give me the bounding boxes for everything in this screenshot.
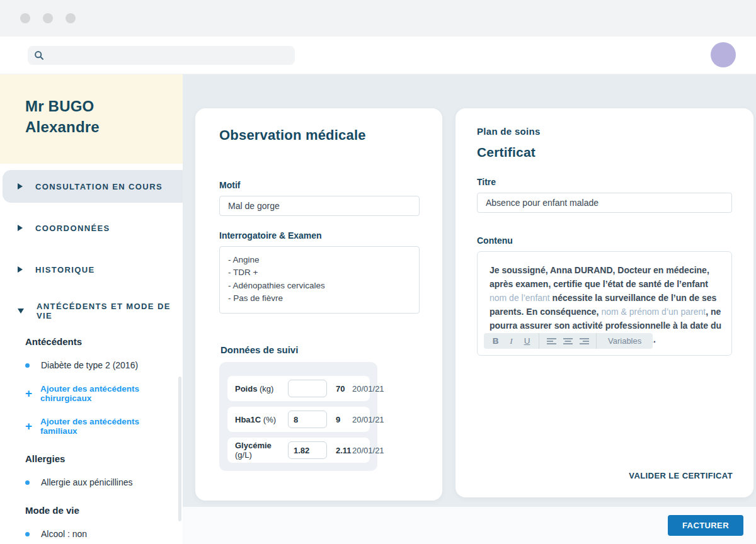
- hba1c-date: 20/01/21: [352, 415, 384, 424]
- plus-icon: +: [25, 389, 32, 398]
- nav-item-historique[interactable]: HISTORIQUE: [0, 253, 183, 286]
- window-control-dot[interactable]: [20, 13, 30, 23]
- suivi-row-hba1c: Hba1C (%) 9 20/01/21: [227, 407, 370, 432]
- hba1c-input[interactable]: [288, 411, 327, 428]
- italic-button[interactable]: I: [503, 336, 519, 346]
- app-header: [0, 37, 756, 74]
- align-left-icon[interactable]: [543, 337, 559, 345]
- nav-item-consultation-en-cours[interactable]: CONSULTATION EN COURS: [3, 170, 183, 203]
- window-titlebar: [0, 0, 756, 37]
- search-icon: [34, 50, 44, 60]
- certificat-card: Plan de soins Certificat Titre Contenu J…: [455, 108, 753, 497]
- observation-title: Observation médicale: [219, 127, 420, 144]
- suivi-row-poids: Poids (kg) 70 20/01/21: [227, 376, 370, 401]
- contenu-editor[interactable]: Je soussigné, Anna DURAND, Docteur en mé…: [477, 251, 732, 356]
- bullet-icon: [25, 532, 30, 536]
- plus-icon: +: [25, 422, 32, 431]
- poids-previous-value: 70: [336, 384, 352, 394]
- suivi-row-glycemie: Glycémie (g/L) 2.11 20/01/21: [227, 438, 370, 463]
- suivi-row-label: Hba1C: [235, 415, 261, 424]
- examen-label: Interrogatoire & Examen: [219, 230, 420, 241]
- suivi-panel: Poids (kg) 70 20/01/21 Hba1C (%) 9 20/01…: [219, 362, 377, 471]
- motif-label: Motif: [219, 180, 420, 190]
- add-antecedents-familiaux-link[interactable]: + Ajouter des antécédents familiaux: [25, 417, 170, 436]
- search-bar[interactable]: [28, 46, 295, 65]
- search-input[interactable]: [49, 50, 289, 60]
- window-control-dot[interactable]: [43, 13, 53, 23]
- variables-button[interactable]: Variables: [600, 336, 649, 346]
- poids-date: 20/01/21: [352, 384, 384, 394]
- glycemie-date: 20/01/21: [352, 446, 384, 455]
- editor-toolbar: B I U: [484, 333, 653, 349]
- observation-card: Observation médicale Motif Interrogatoir…: [195, 108, 442, 501]
- certificat-title: Certificat: [477, 145, 732, 160]
- glycemie-previous-value: 2.11: [336, 446, 352, 455]
- bold-button[interactable]: B: [488, 336, 503, 346]
- mode-de-vie-item: Alcool : non: [25, 529, 170, 539]
- suivi-row-unit: (%): [263, 415, 276, 424]
- contenu-label: Contenu: [477, 235, 732, 246]
- user-avatar[interactable]: [711, 42, 736, 67]
- underline-button[interactable]: U: [519, 336, 535, 346]
- mode-de-vie-title: Mode de vie: [25, 505, 170, 516]
- facturer-button[interactable]: FACTURER: [668, 515, 743, 536]
- window-control-dot[interactable]: [66, 13, 76, 23]
- nav-item-coordonnees[interactable]: COORDONNÉES: [0, 212, 183, 244]
- align-center-icon[interactable]: [559, 337, 576, 345]
- suivi-row-unit: (kg): [260, 384, 273, 394]
- allergies-title: Allergies: [25, 453, 170, 464]
- chevron-right-icon: [18, 183, 23, 190]
- suivi-title: Données de suivi: [220, 344, 420, 355]
- antecedents-title: Antécédents: [25, 336, 170, 347]
- sidebar-scrollbar[interactable]: [178, 377, 181, 521]
- add-antecedents-chirurgicaux-link[interactable]: + Ajouter des antécédents chirurgicaux: [25, 384, 170, 403]
- glycemie-input[interactable]: [288, 441, 327, 459]
- align-right-icon[interactable]: [576, 337, 592, 345]
- placeholder-variable: nom & prénom d’un parent: [601, 307, 706, 317]
- nav-item-antecedents-mode-de-vie[interactable]: ANTÉCÉDENTS ET MODE DE VIE: [0, 295, 183, 327]
- allergy-item: Allergie aux pénicillines: [25, 477, 170, 487]
- plan-de-soins-label: Plan de soins: [477, 126, 732, 137]
- suivi-row-unit: (g/L): [235, 450, 252, 460]
- titre-label: Titre: [477, 177, 732, 187]
- motif-input[interactable]: [219, 196, 420, 216]
- patient-header: Mr BUGO Alexandre: [0, 74, 183, 164]
- patient-sidebar: Mr BUGO Alexandre CONSULTATION EN COURS …: [0, 74, 183, 544]
- main-content: Observation médicale Motif Interrogatoir…: [183, 74, 756, 544]
- sidebar-nav: CONSULTATION EN COURS COORDONNÉES HISTOR…: [0, 170, 183, 327]
- action-footer: FACTURER: [183, 507, 756, 544]
- chevron-down-icon: [18, 309, 24, 314]
- titre-input[interactable]: [477, 193, 732, 213]
- patient-name: Mr BUGO Alexandre: [25, 96, 170, 137]
- app-window: Mr BUGO Alexandre CONSULTATION EN COURS …: [0, 0, 756, 544]
- examen-textarea[interactable]: - Angine - TDR + - Adénopathies cervical…: [219, 246, 420, 314]
- hba1c-previous-value: 9: [336, 415, 352, 424]
- valider-certificat-button[interactable]: VALIDER LE CERTIFICAT: [629, 471, 733, 480]
- suivi-row-label: Poids: [235, 384, 257, 394]
- antecedents-section: Antécédents Diabète de type 2 (2016) + A…: [0, 336, 183, 544]
- suivi-row-label: Glycémie: [235, 441, 272, 450]
- chevron-right-icon: [18, 266, 23, 273]
- poids-input[interactable]: [288, 380, 327, 397]
- bullet-icon: [25, 480, 30, 485]
- chevron-right-icon: [18, 225, 23, 231]
- placeholder-variable: nom de l’enfant: [490, 293, 550, 303]
- antecedent-item: Diabète de type 2 (2016): [25, 360, 170, 370]
- bullet-icon: [25, 363, 30, 368]
